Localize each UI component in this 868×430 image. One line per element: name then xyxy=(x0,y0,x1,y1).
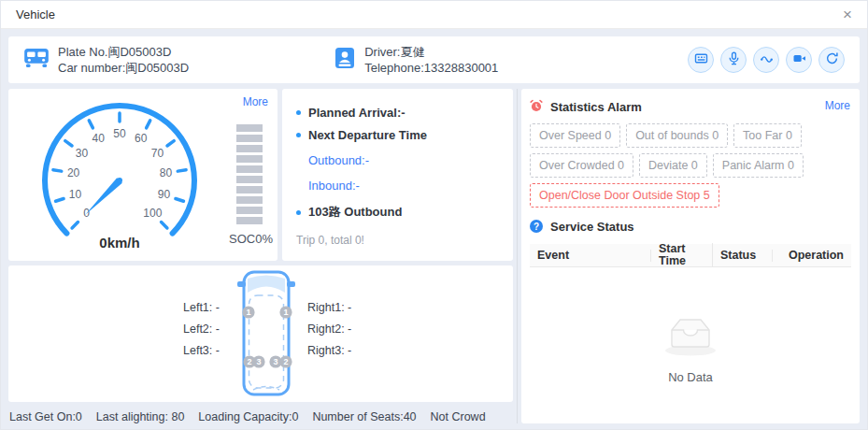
next-departure-label: Next Departure Time xyxy=(308,128,427,142)
door-count-label: Left1: - xyxy=(183,297,220,319)
alarm-pill[interactable]: Open/Close Door Outside Stop 5 xyxy=(530,183,719,208)
dialog-titlebar: Vehicle × xyxy=(1,1,867,29)
vertical-divider xyxy=(517,89,518,423)
track-button[interactable] xyxy=(753,47,779,73)
car-number-label: Car number:闽D05003D xyxy=(58,60,189,76)
gauge-more-link[interactable]: More xyxy=(243,95,268,108)
soc-bars xyxy=(229,124,270,224)
next-departure-item: Next Departure Time xyxy=(296,128,499,142)
track-icon xyxy=(760,51,774,69)
svg-text:1: 1 xyxy=(246,308,250,317)
service-status-table: EventStart TimeStatusOperation No Data xyxy=(530,244,851,384)
svg-text:3: 3 xyxy=(256,357,261,366)
speed-soc-panel: More 0102030405060708090100 0km/h SOC0% xyxy=(8,89,277,261)
speed-gauge: 0102030405060708090100 0km/h xyxy=(12,96,227,251)
table-column-header: Status xyxy=(713,250,773,262)
table-header-row: EventStart TimeStatusOperation xyxy=(530,244,851,267)
refresh-icon xyxy=(825,51,839,69)
planned-arrival-label: Planned Arrival:- xyxy=(308,106,406,120)
soc-bar xyxy=(236,145,263,152)
plate-no-label: Plate No.闽D05003D xyxy=(58,44,189,60)
svg-text:2: 2 xyxy=(283,357,288,366)
alarm-pill[interactable]: Over Speed 0 xyxy=(530,123,620,148)
bus-icon xyxy=(23,47,50,73)
bottom-stat-item: Loading Capacity:0 xyxy=(198,410,298,423)
close-icon[interactable]: × xyxy=(843,7,852,22)
door-status-panel: Left1: -Left2: -Left3: - 112332 Right1 xyxy=(8,265,513,402)
outbound-time: Outbound:- xyxy=(308,153,499,167)
alarm-pill[interactable]: Panic Alarm 0 xyxy=(713,153,804,178)
door-count-label: Right3: - xyxy=(307,340,351,362)
dialog-title: Vehicle xyxy=(16,7,55,22)
refresh-button[interactable] xyxy=(818,47,845,73)
microphone-button[interactable] xyxy=(720,47,747,73)
soc-bar xyxy=(236,165,263,173)
vehicle-header-card: Plate No.闽D05003D Car number:闽D05003D Dr… xyxy=(8,36,860,83)
planned-arrival-item: Planned Arrival:- xyxy=(296,106,499,120)
soc-indicator: SOC0% xyxy=(229,124,270,246)
bottom-stat-item: Number of Seats:40 xyxy=(312,410,416,423)
alarm-pill[interactable]: Deviate 0 xyxy=(639,153,707,178)
soc-label: SOC0% xyxy=(229,232,270,246)
video-camera-button[interactable] xyxy=(786,47,812,73)
alarm-pill[interactable]: Too Far 0 xyxy=(733,123,802,148)
bus-diagram: 112332 xyxy=(236,269,296,402)
svg-text:70: 70 xyxy=(151,147,164,160)
vehicle-dialog: Vehicle × Plate No.闽D05003D Car number:闽… xyxy=(0,0,868,430)
bottom-stat-item: Last alighting: 80 xyxy=(96,410,185,423)
statistics-alarm-title: Statistics Alarm xyxy=(550,100,642,114)
svg-text:80: 80 xyxy=(160,166,173,179)
soc-bar xyxy=(236,207,263,214)
left-door-labels: Left1: -Left2: -Left3: - xyxy=(183,297,220,362)
svg-text:10: 10 xyxy=(69,188,82,201)
soc-bar xyxy=(236,186,263,194)
svg-text:90: 90 xyxy=(158,188,171,201)
driver-icon xyxy=(334,47,356,73)
route-item: 103路 Outbound xyxy=(296,204,499,221)
telephone-label: Telephone:13328830001 xyxy=(364,60,498,76)
empty-state: No Data xyxy=(530,267,851,384)
bullet-icon xyxy=(296,110,301,115)
video-camera-icon xyxy=(792,51,806,69)
soc-bar xyxy=(236,135,263,142)
microphone-icon xyxy=(727,51,741,69)
bottom-stat-item: Last Get On:0 xyxy=(9,410,82,423)
svg-text:30: 30 xyxy=(76,147,89,160)
driver-label: Driver:夏健 xyxy=(364,44,498,60)
led-screen-button[interactable] xyxy=(688,47,714,73)
svg-text:50: 50 xyxy=(113,127,126,140)
bullet-icon xyxy=(296,133,301,137)
svg-text:100: 100 xyxy=(143,207,162,220)
soc-bar xyxy=(236,155,263,163)
door-count-label: Left2: - xyxy=(183,319,220,340)
bullet-icon xyxy=(296,210,301,215)
soc-bar xyxy=(236,124,263,132)
trip-info: Trip 0, total 0! xyxy=(296,234,499,247)
alarm-pill[interactable]: Out of bounds 0 xyxy=(626,123,728,148)
door-count-label: Left3: - xyxy=(183,340,220,362)
soc-bar xyxy=(236,217,263,224)
service-status-header: ? Service Status xyxy=(530,217,851,236)
svg-text:40: 40 xyxy=(92,132,106,145)
svg-text:20: 20 xyxy=(67,166,80,179)
vehicle-info: Plate No.闽D05003D Car number:闽D05003D xyxy=(23,44,189,76)
statistics-alarm-header: Statistics Alarm More xyxy=(530,97,851,116)
soc-bar xyxy=(236,196,263,204)
table-column-header: Start Time xyxy=(651,243,713,267)
inbound-time: Inbound:- xyxy=(308,179,499,193)
alarm-more-link[interactable]: More xyxy=(825,99,850,112)
service-status-title: Service Status xyxy=(550,220,634,234)
right-door-labels: Right1: -Right2: -Right3: - xyxy=(307,297,351,362)
alarm-pill[interactable]: Over Crowded 0 xyxy=(530,153,633,178)
bottom-stat-item: Not Crowd xyxy=(431,410,486,423)
alarm-service-panel: Statistics Alarm More Over Speed 0Out of… xyxy=(521,89,860,423)
speed-value: 0km/h xyxy=(12,235,227,251)
empty-text: No Data xyxy=(668,370,713,384)
schedule-panel: Planned Arrival:- Next Departure Time Ou… xyxy=(282,89,513,261)
bottom-stats-bar: Last Get On:0Last alighting: 80Loading C… xyxy=(8,402,513,430)
svg-text:1: 1 xyxy=(283,308,288,317)
alarm-icon xyxy=(530,99,543,115)
header-actions xyxy=(688,47,845,73)
door-count-label: Right1: - xyxy=(307,297,351,319)
led-screen-icon xyxy=(694,51,708,69)
